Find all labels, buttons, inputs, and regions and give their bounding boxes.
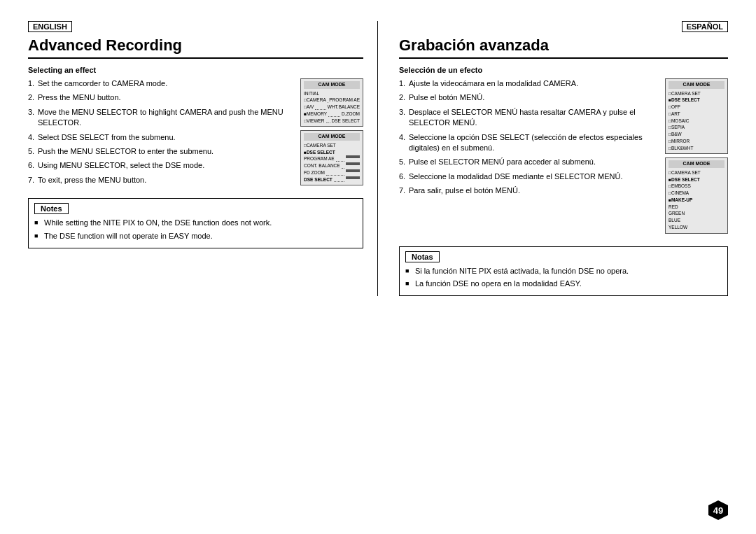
- right-note-2: La función DSE no opera en la modalidad …: [405, 279, 722, 289]
- right-note-1: Si la función NITE PIX está activada, la…: [405, 266, 722, 276]
- right-title: Grabación avanzada: [399, 36, 728, 59]
- step-2: Press the MENU button.: [28, 92, 363, 103]
- right-step-3: Desplace el SELECTOR MENÚ hasta resaltar…: [399, 107, 728, 129]
- step-7: To exit, press the MENU button.: [28, 175, 363, 185]
- right-notes-box: Notas Si la función NITE PIX está activa…: [399, 246, 728, 297]
- right-step-2: Pulse el botón MENÚ.: [399, 92, 728, 103]
- left-title: Advanced Recording: [28, 36, 363, 59]
- left-header: ENGLISH: [28, 21, 363, 35]
- left-steps: Set the camcorder to CAMERA mode. Press …: [28, 78, 363, 192]
- right-header: ESPAÑOL: [399, 21, 728, 35]
- left-note-2: The DSE function will not operate in EAS…: [34, 231, 357, 241]
- left-notes-box: Notes While setting the NITE PIX to ON, …: [28, 198, 363, 248]
- screen4-line5: ■MAKE-UP: [668, 197, 724, 204]
- step-4: Select DSE SELECT from the submenu.: [28, 132, 363, 143]
- left-notes-title: Notes: [34, 203, 69, 214]
- left-column: ENGLISH Advanced Recording Selecting an …: [28, 21, 378, 296]
- left-subsection: Selecting an effect: [28, 66, 363, 74]
- two-column-layout: ENGLISH Advanced Recording Selecting an …: [28, 21, 728, 296]
- right-step-1: Ajuste la videocámara en la modalidad CA…: [399, 78, 728, 89]
- step-5: Push the MENU SELECTOR to enter the subm…: [28, 146, 363, 157]
- right-step-6: Seleccione la modalidad DSE mediante el …: [399, 171, 728, 182]
- screen4-line9: YELLOW: [668, 224, 724, 231]
- right-column: ESPAÑOL Grabación avanzada Selección de …: [378, 21, 728, 296]
- english-badge: ENGLISH: [28, 21, 72, 32]
- espanol-badge: ESPAÑOL: [682, 21, 728, 32]
- page-number: 49: [708, 500, 728, 520]
- right-notes-title: Notas: [405, 251, 440, 262]
- right-step-4: Seleccione la opción DSE SELECT (selecci…: [399, 132, 728, 154]
- screen4-line7: GREEN: [668, 210, 724, 217]
- step-6: Using MENU SELECTOR, select the DSE mode…: [28, 160, 363, 171]
- screen4-line6: RED: [668, 204, 724, 211]
- page: ENGLISH Advanced Recording Selecting an …: [0, 0, 756, 534]
- step-1: Set the camcorder to CAMERA mode.: [28, 78, 363, 89]
- right-step-7: Para salir, pulse el botón MENÚ.: [399, 185, 728, 196]
- screen4-line8: BLUE: [668, 217, 724, 224]
- left-note-1: While setting the NITE PIX to ON, the DS…: [34, 218, 357, 228]
- step-3: Move the MENU SELECTOR to highlight CAME…: [28, 107, 363, 129]
- right-subsection: Selección de un efecto: [399, 66, 728, 74]
- right-step-5: Pulse el SELECTOR MENÚ para acceder al s…: [399, 157, 728, 167]
